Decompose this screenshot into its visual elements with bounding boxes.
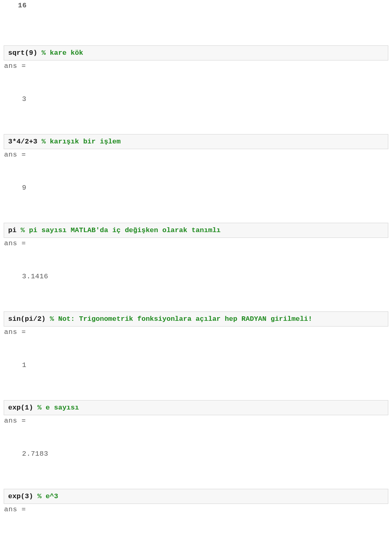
spacer [0,192,392,219]
code-comment: % pi sayısı MATLAB'da iç değişken olarak… [21,226,221,234]
spacer [0,159,392,184]
code-comment: % kare kök [42,49,83,57]
code-comment: % karışık bir işlem [42,138,121,145]
code-input-box: sqrt(9) % kare kök [4,45,388,60]
spacer [0,425,392,450]
code-input-box: sin(pi/2) % Not: Trigonometrik fonksiyon… [4,311,388,327]
spacer [0,336,392,361]
ans-value: 1 [0,361,392,369]
ans-label: ans = [0,415,392,425]
spacer [0,369,392,397]
code-comment: % Not: Trigonometrik fonksiyonlara açıla… [50,315,312,323]
code-input-box: pi % pi sayısı MATLAB'da iç değişken ola… [4,223,388,238]
ans-value: 2.7183 [0,450,392,458]
code-comment: % e^3 [37,492,58,500]
previous-output-value: 16 [0,0,392,9]
spacer [0,103,392,131]
spacer [0,247,392,273]
ans-value: 3.1416 [0,273,392,280]
spacer [0,280,392,308]
code-command: exp(1) [8,404,33,412]
code-command: 3*4/2+3 [8,138,37,145]
code-command: sqrt(9) [8,49,37,57]
code-command: exp(3) [8,492,33,500]
code-input-box: 3*4/2+3 % karışık bir işlem [4,134,388,149]
ans-label: ans = [0,327,392,336]
ans-label: ans = [0,504,392,513]
spacer [0,70,392,95]
ans-label: ans = [0,60,392,70]
ans-value: 3 [0,95,392,103]
ans-value: 9 [0,184,392,192]
code-command: sin(pi/2) [8,315,46,323]
ans-label: ans = [0,149,392,159]
code-input-box: exp(3) % e^3 [4,489,388,504]
code-command: pi [8,226,16,234]
spacer [0,9,392,42]
spacer [0,458,392,486]
code-comment: % e sayısı [37,404,79,412]
code-input-box: exp(1) % e sayısı [4,400,388,415]
ans-label: ans = [0,238,392,247]
